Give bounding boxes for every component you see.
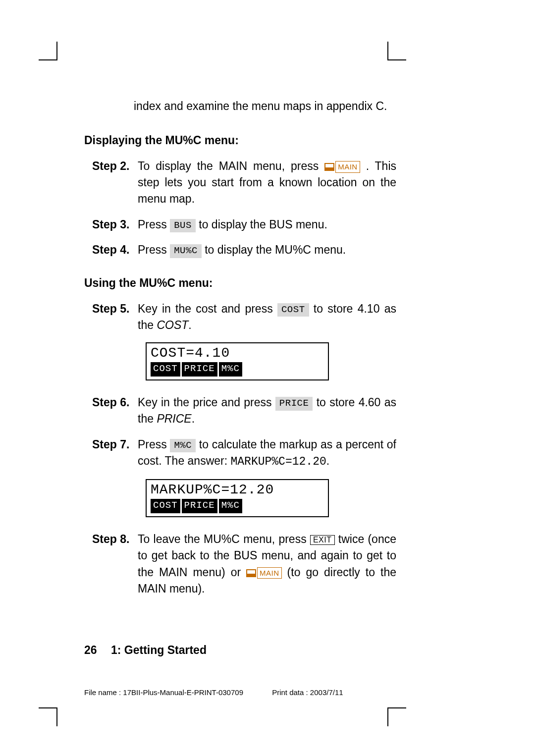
text: Key in the price and press bbox=[138, 396, 275, 409]
steps-block-2: Step 5. Key in the cost and press COST t… bbox=[84, 301, 396, 597]
mpc-key: M%C bbox=[170, 439, 196, 453]
price-key: PRICE bbox=[275, 397, 313, 411]
text: . bbox=[188, 319, 191, 331]
screen-menu: COST PRICE M%C bbox=[151, 362, 324, 377]
step-label: Step 2. bbox=[92, 158, 138, 174]
crop-mark-bottom-right bbox=[387, 707, 406, 726]
section-heading-displaying: Displaying the MU%C menu: bbox=[84, 132, 396, 149]
exit-key: EXIT bbox=[310, 535, 335, 545]
step-4: Step 4. Press MU%C to display the MU%C m… bbox=[92, 242, 396, 258]
screen-readout: MARKUP%C=12.20 bbox=[151, 483, 324, 497]
step-3: Step 3. Press BUS to display the BUS men… bbox=[92, 216, 396, 233]
main-key: MAIN bbox=[335, 161, 360, 173]
bus-key: BUS bbox=[170, 219, 196, 233]
step-7: Step 7. Press M%C to calculate the marku… bbox=[92, 436, 396, 471]
shift-main-key: MAIN bbox=[324, 161, 360, 173]
page-content: index and examine the menu maps in appen… bbox=[84, 98, 396, 672]
text: To leave the MU%C menu, press bbox=[138, 533, 310, 545]
menu-cost: COST bbox=[151, 362, 180, 377]
italic: PRICE bbox=[157, 412, 191, 425]
cost-key: COST bbox=[277, 303, 309, 317]
shift-icon bbox=[246, 569, 256, 577]
step-8: Step 8. To leave the MU%C menu, press EX… bbox=[92, 531, 396, 597]
manual-page: index and examine the menu maps in appen… bbox=[0, 0, 535, 756]
calculator-screen-2: MARKUP%C=12.20 COST PRICE M%C bbox=[146, 479, 329, 517]
step-body: Press BUS to display the BUS menu. bbox=[138, 216, 396, 233]
step-label: Step 3. bbox=[92, 216, 138, 233]
crop-mark-bottom-left bbox=[39, 707, 57, 726]
step-6: Step 6. Key in the price and press PRICE… bbox=[92, 394, 396, 428]
text: To display the MAIN menu, press bbox=[138, 160, 324, 172]
section-heading-using: Using the MU%C menu: bbox=[84, 275, 396, 291]
mupc-key: MU%C bbox=[170, 244, 202, 258]
step-label: Step 7. bbox=[92, 436, 138, 453]
step-label: Step 4. bbox=[92, 242, 138, 258]
step-5: Step 5. Key in the cost and press COST t… bbox=[92, 301, 396, 334]
footer-chapter: 26 1: Getting Started bbox=[84, 644, 207, 657]
chapter-title: 1: Getting Started bbox=[111, 644, 207, 656]
step-label: Step 8. bbox=[92, 531, 138, 547]
text: . bbox=[192, 412, 195, 425]
step-body: Key in the cost and press COST to store … bbox=[138, 301, 396, 334]
menu-cost: COST bbox=[151, 499, 180, 513]
text: . bbox=[326, 454, 329, 467]
crop-mark-top-left bbox=[39, 42, 57, 60]
steps-block-1: Step 2. To display the MAIN menu, press … bbox=[84, 158, 396, 259]
italic: COST bbox=[157, 319, 188, 331]
print-data-text: Print data : 2003/7/11 bbox=[272, 688, 343, 697]
step-body: To display the MAIN menu, press MAIN . T… bbox=[138, 158, 396, 208]
step-2: Step 2. To display the MAIN menu, press … bbox=[92, 158, 396, 208]
file-name-text: File name : 17BII-Plus-Manual-E-PRINT-03… bbox=[84, 688, 243, 697]
step-label: Step 6. bbox=[92, 394, 138, 411]
step-body: Press MU%C to display the MU%C menu. bbox=[138, 242, 396, 258]
intro-text: index and examine the menu maps in appen… bbox=[84, 98, 396, 114]
menu-mpc: M%C bbox=[219, 362, 242, 377]
crop-mark-top-right bbox=[387, 42, 406, 60]
menu-mpc: M%C bbox=[219, 499, 242, 513]
text: to display the MU%C menu. bbox=[205, 243, 346, 256]
shift-main-key: MAIN bbox=[246, 567, 282, 579]
text: Press bbox=[138, 438, 170, 451]
text: Key in the cost and press bbox=[138, 302, 277, 315]
step-body: Key in the price and press PRICE to stor… bbox=[138, 394, 396, 428]
shift-icon bbox=[324, 163, 334, 171]
screen-readout: COST=4.10 bbox=[151, 346, 324, 360]
text: Press bbox=[138, 218, 170, 231]
page-number: 26 bbox=[84, 644, 97, 656]
text: to display the BUS menu. bbox=[199, 218, 327, 231]
menu-price: PRICE bbox=[182, 499, 217, 513]
text: Press bbox=[138, 243, 170, 256]
calculator-screen-1: COST=4.10 COST PRICE M%C bbox=[146, 342, 329, 380]
menu-price: PRICE bbox=[182, 362, 217, 377]
main-key: MAIN bbox=[257, 567, 282, 579]
step-body: Press M%C to calculate the markup as a p… bbox=[138, 436, 396, 471]
step-label: Step 5. bbox=[92, 301, 138, 317]
step-body: To leave the MU%C menu, press EXIT twice… bbox=[138, 531, 396, 597]
screen-menu: COST PRICE M%C bbox=[151, 499, 324, 513]
footer-fileinfo: File name : 17BII-Plus-Manual-E-PRINT-03… bbox=[84, 688, 370, 697]
mono-text: MARKUP%C=12.20 bbox=[231, 455, 326, 468]
